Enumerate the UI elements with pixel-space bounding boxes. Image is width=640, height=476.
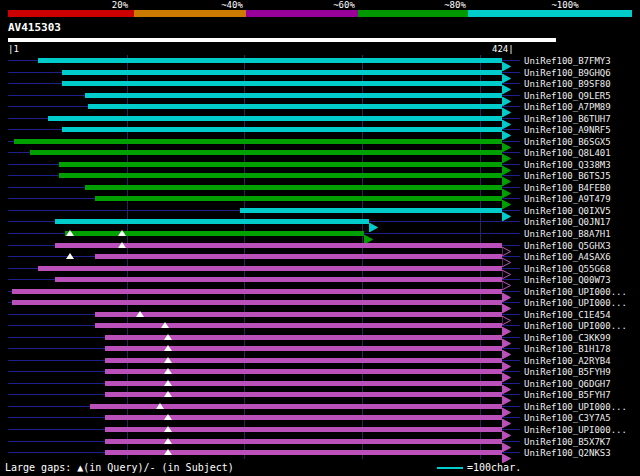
alignment-row: UniRef100_Q0JN17 — [0, 216, 640, 228]
alignment-bar[interactable] — [38, 58, 502, 63]
alignment-bar[interactable] — [95, 312, 502, 317]
hit-label[interactable]: UniRef100_Q338M3 — [524, 160, 611, 170]
hit-label[interactable]: UniRef100_B5FYH7 — [524, 390, 611, 400]
arrowhead-icon — [502, 252, 511, 261]
hit-label[interactable]: UniRef100_Q2NKS3 — [524, 448, 611, 458]
arrowhead-icon — [502, 160, 511, 169]
hit-label[interactable]: UniRef100_B6TUH7 — [524, 114, 611, 124]
hit-label[interactable]: UniRef100_Q6DGH7 — [524, 379, 611, 389]
arrowhead-icon — [502, 367, 511, 376]
alignment-row: UniRef100_Q00W73 — [0, 274, 640, 286]
gap-marker-icon — [118, 230, 126, 236]
alignment-row: UniRef100_Q8L401 — [0, 147, 640, 159]
arrowhead-icon — [502, 310, 511, 319]
alignment-bar[interactable] — [14, 139, 503, 144]
hit-label[interactable]: UniRef100_Q00W73 — [524, 275, 611, 285]
alignment-bar[interactable] — [12, 300, 502, 305]
hit-label[interactable]: UniRef100_B9SF80 — [524, 79, 611, 89]
hit-label[interactable]: UniRef100_C1E454 — [524, 310, 611, 320]
gap-marker-icon — [164, 368, 172, 374]
hit-label[interactable]: UniRef100_Q0IXV5 — [524, 206, 611, 216]
gap-marker-icon — [164, 426, 172, 432]
alignment-row: UniRef100_A4SAX6 — [0, 251, 640, 263]
alignment-bar[interactable] — [62, 70, 502, 75]
arrowhead-icon — [502, 194, 511, 203]
alignment-row: UniRef100_UPI000... — [0, 424, 640, 436]
alignment-bar[interactable] — [95, 254, 502, 259]
scale-label: =100char. — [467, 462, 521, 474]
identity-key-segment — [8, 10, 134, 17]
alignment-bar[interactable] — [38, 266, 502, 271]
alignment-bar[interactable] — [85, 93, 502, 98]
alignment-bar[interactable] — [12, 289, 502, 294]
gap-marker-icon — [164, 391, 172, 397]
alignment-bar[interactable] — [95, 196, 502, 201]
hit-label[interactable]: UniRef100_Q55G68 — [524, 264, 611, 274]
arrowhead-icon — [502, 448, 511, 457]
alignment-bar[interactable] — [59, 162, 502, 167]
hit-label[interactable]: UniRef100_B6TSJ5 — [524, 171, 611, 181]
hit-label[interactable]: UniRef100_UPI000... — [524, 298, 627, 308]
hit-label[interactable]: UniRef100_A2RYB4 — [524, 356, 611, 366]
alignment-row: UniRef100_B6SGX5 — [0, 136, 640, 148]
alignment-bar[interactable] — [59, 173, 502, 178]
alignment-row: UniRef100_C3Y7A5 — [0, 412, 640, 424]
hit-label[interactable]: UniRef100_A9NRF5 — [524, 125, 611, 135]
hit-label[interactable]: UniRef100_A4SAX6 — [524, 252, 611, 262]
hit-label[interactable]: UniRef100_UPI000... — [524, 321, 627, 331]
hit-label[interactable]: UniRef100_Q0JN17 — [524, 217, 611, 227]
alignment-row: UniRef100_Q5GHX3 — [0, 240, 640, 252]
hit-label[interactable]: UniRef100_Q5GHX3 — [524, 241, 611, 251]
alignment-bar[interactable] — [62, 81, 502, 86]
gap-marker-icon — [136, 311, 144, 317]
alignment-row: UniRef100_C3KK99 — [0, 332, 640, 344]
alignment-bar[interactable] — [55, 277, 502, 282]
alignment-bar[interactable] — [85, 185, 502, 190]
alignment-bar[interactable] — [90, 404, 502, 409]
identity-key-label: ~80% — [444, 0, 466, 10]
alignment-row: UniRef100_B8A7H1 — [0, 228, 640, 240]
hit-label[interactable]: UniRef100_UPI000... — [524, 287, 627, 297]
hit-label[interactable]: UniRef100_B9GHQ6 — [524, 68, 611, 78]
gap-marker-icon — [156, 403, 164, 409]
alignment-row: UniRef100_UPI000... — [0, 286, 640, 298]
hit-label[interactable]: UniRef100_B8A7H1 — [524, 229, 611, 239]
hit-label[interactable]: UniRef100_Q8L401 — [524, 148, 611, 158]
arrowhead-icon — [502, 379, 511, 388]
arrowhead-icon — [502, 356, 511, 365]
alignment-bar[interactable] — [88, 104, 502, 109]
hit-label[interactable]: UniRef100_UPI000... — [524, 425, 627, 435]
alignment-row: UniRef100_A2RYB4 — [0, 355, 640, 367]
hit-label[interactable]: UniRef100_B1H178 — [524, 344, 611, 354]
hit-label[interactable]: UniRef100_B5FYH9 — [524, 367, 611, 377]
hit-label[interactable]: UniRef100_C3KK99 — [524, 333, 611, 343]
alignment-bar[interactable] — [62, 127, 502, 132]
hit-label[interactable]: UniRef100_A7PM89 — [524, 102, 611, 112]
hit-label[interactable]: UniRef100_Q9LER5 — [524, 91, 611, 101]
gap-marker-icon — [66, 253, 74, 259]
alignment-bar[interactable] — [240, 208, 502, 213]
gap-marker-icon — [164, 345, 172, 351]
alignment-bar[interactable] — [65, 231, 364, 236]
identity-key-segment — [134, 10, 246, 17]
hit-label[interactable]: UniRef100_C3Y7A5 — [524, 413, 611, 423]
scale-bar-icon — [437, 467, 463, 469]
gap-marker-icon — [164, 414, 172, 420]
arrowhead-icon — [502, 241, 511, 250]
hit-label[interactable]: UniRef100_UPI000... — [524, 402, 627, 412]
hit-label[interactable]: UniRef100_B7FMY3 — [524, 56, 611, 66]
hit-label[interactable]: UniRef100_B4FEB0 — [524, 183, 611, 193]
alignment-row: UniRef100_B4FEB0 — [0, 182, 640, 194]
hit-label[interactable]: UniRef100_B5X7K7 — [524, 437, 611, 447]
hit-label[interactable]: UniRef100_A9T479 — [524, 194, 611, 204]
alignment-bar[interactable] — [55, 219, 369, 224]
ruler-start: |1 — [8, 44, 19, 54]
identity-key-segment — [468, 10, 632, 17]
alignment-bar[interactable] — [48, 116, 502, 121]
alignment-row: UniRef100_B7FMY3 — [0, 55, 640, 67]
alignment-bar[interactable] — [95, 323, 502, 328]
arrowhead-icon — [502, 171, 511, 180]
alignment-row: UniRef100_A9NRF5 — [0, 124, 640, 136]
hit-label[interactable]: UniRef100_B6SGX5 — [524, 137, 611, 147]
alignment-bar[interactable] — [30, 150, 502, 155]
